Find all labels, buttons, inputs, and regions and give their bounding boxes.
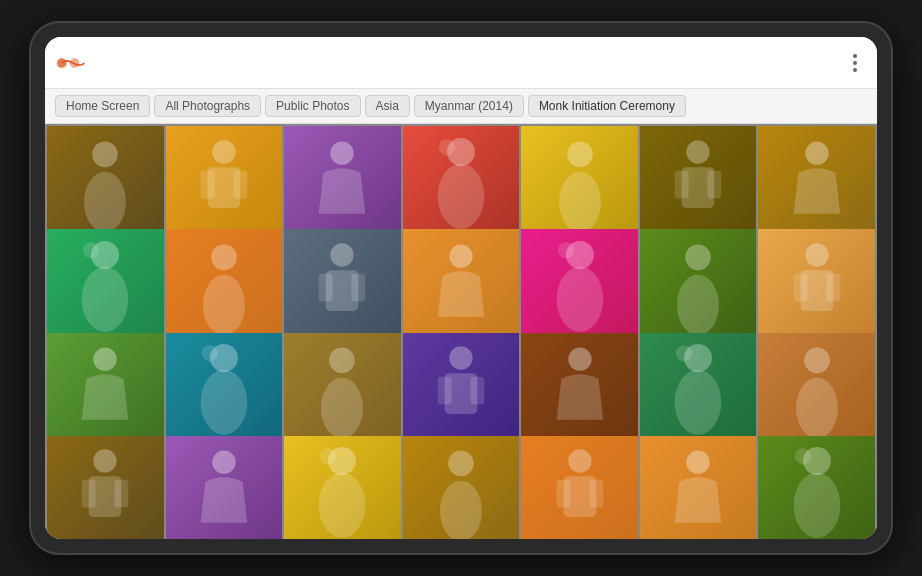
svg-point-52: [94, 450, 117, 473]
photo-cell[interactable]: Bagan: [166, 333, 283, 450]
cell-content: [640, 229, 757, 346]
svg-point-6: [331, 141, 354, 164]
photo-cell[interactable]: Bagan: [47, 436, 164, 539]
svg-point-9: [439, 139, 455, 155]
zenfolio-infinity-icon: [57, 53, 89, 73]
photo-cell[interactable]: Bagan: [47, 333, 164, 450]
dot-1: [853, 54, 857, 58]
cell-content: [284, 126, 401, 243]
svg-point-10: [567, 141, 593, 167]
photo-cell[interactable]: Bagan: [47, 229, 164, 346]
cell-content: [640, 333, 757, 450]
svg-point-11: [559, 171, 601, 230]
cell-content: [758, 333, 875, 450]
logo-area: [57, 53, 101, 73]
svg-rect-65: [589, 480, 603, 508]
dot-2: [853, 61, 857, 65]
svg-rect-14: [675, 170, 689, 198]
svg-point-69: [795, 449, 811, 465]
cell-content: [521, 436, 638, 539]
svg-point-51: [796, 378, 838, 437]
cell-content: [47, 229, 164, 346]
svg-point-29: [557, 242, 573, 258]
svg-rect-34: [793, 274, 807, 302]
cell-content: [284, 436, 401, 539]
svg-point-32: [805, 243, 828, 266]
more-menu-button[interactable]: [845, 50, 865, 76]
photo-cell[interactable]: Bagan: [284, 126, 401, 243]
svg-point-38: [201, 370, 248, 435]
photo-cell[interactable]: Bagan: [758, 333, 875, 450]
breadcrumb-item-myanmar[interactable]: Myanmar (2014): [414, 95, 524, 117]
svg-point-61: [440, 481, 482, 539]
dot-3: [853, 68, 857, 72]
svg-point-50: [804, 348, 830, 374]
svg-rect-25: [352, 274, 366, 302]
photo-cell[interactable]: Bagan: [284, 333, 401, 450]
photo-cell[interactable]: Bagan: [284, 229, 401, 346]
photo-cell[interactable]: Bagan: [521, 229, 638, 346]
breadcrumb-item-asia[interactable]: Asia: [365, 95, 410, 117]
photo-cell[interactable]: Bagan: [166, 229, 283, 346]
photo-cell[interactable]: Bagan: [403, 229, 520, 346]
cell-content: [403, 126, 520, 243]
photo-cell[interactable]: Bagan: [640, 333, 757, 450]
svg-point-46: [568, 348, 591, 371]
cell-content: [758, 229, 875, 346]
svg-point-20: [211, 244, 237, 270]
photo-cell[interactable]: Bagan: [521, 126, 638, 243]
svg-point-18: [82, 267, 129, 332]
cell-content: [640, 436, 757, 539]
breadcrumb-item-home[interactable]: Home Screen: [55, 95, 150, 117]
photo-cell[interactable]: Bagan: [403, 126, 520, 243]
photo-cell[interactable]: Bagan: [521, 333, 638, 450]
svg-rect-64: [556, 480, 570, 508]
svg-point-36: [94, 348, 117, 371]
svg-point-49: [676, 345, 692, 361]
photo-cell[interactable]: Bagan: [640, 229, 757, 346]
svg-point-31: [677, 275, 719, 334]
svg-rect-4: [201, 170, 215, 198]
svg-rect-45: [470, 377, 484, 405]
photo-cell[interactable]: Bagan: [47, 126, 164, 243]
svg-point-58: [319, 473, 366, 538]
svg-point-2: [212, 140, 235, 163]
photo-cell[interactable]: Bagan: [758, 126, 875, 243]
breadcrumb-item-public[interactable]: Public Photos: [265, 95, 360, 117]
photo-cell[interactable]: Bagan: [284, 436, 401, 539]
photo-cell[interactable]: Bagan: [758, 436, 875, 539]
photo-cell[interactable]: Bagan: [521, 436, 638, 539]
svg-point-42: [449, 346, 472, 369]
header: [45, 37, 877, 89]
photo-cell[interactable]: Bagan: [166, 436, 283, 539]
breadcrumb-item-all[interactable]: All Photographs: [154, 95, 261, 117]
svg-point-59: [320, 449, 336, 465]
cell-content: [403, 333, 520, 450]
photo-cell[interactable]: Bagan: [166, 126, 283, 243]
cell-content: [758, 126, 875, 243]
photo-cell[interactable]: Bagan: [640, 126, 757, 243]
photo-cell[interactable]: Bagan: [403, 333, 520, 450]
photo-cell[interactable]: Bagan: [403, 436, 520, 539]
svg-point-21: [203, 275, 245, 334]
photo-cell[interactable]: Bagan: [640, 436, 757, 539]
zenfolio-logo: [57, 53, 89, 73]
cell-content: [47, 126, 164, 243]
svg-point-12: [686, 140, 709, 163]
svg-point-1: [84, 171, 126, 230]
breadcrumb-item-ceremony[interactable]: Monk Initiation Ceremony: [528, 95, 686, 117]
photo-cell[interactable]: Bagan: [758, 229, 875, 346]
cell-content: [403, 229, 520, 346]
cell-content: [521, 333, 638, 450]
svg-rect-5: [233, 170, 247, 198]
cell-content: [758, 436, 875, 539]
svg-point-48: [675, 370, 722, 435]
cell-content: [284, 229, 401, 346]
device-screen: Home ScreenAll PhotographsPublic PhotosA…: [45, 37, 877, 539]
svg-rect-35: [826, 274, 840, 302]
svg-point-40: [330, 348, 356, 374]
svg-point-41: [321, 378, 363, 437]
svg-point-60: [448, 451, 474, 477]
device-frame: Home ScreenAll PhotographsPublic PhotosA…: [31, 23, 891, 553]
cell-content: [166, 126, 283, 243]
